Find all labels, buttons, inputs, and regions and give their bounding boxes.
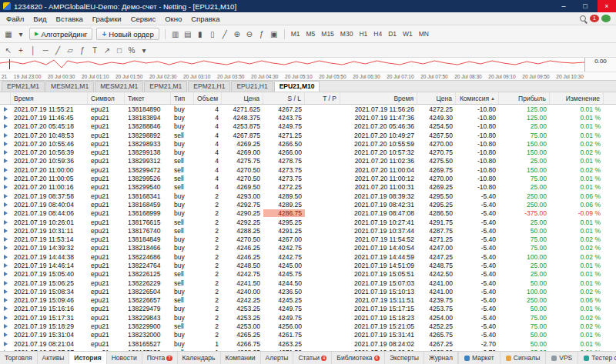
column-header-close-price[interactable]: Цена bbox=[417, 92, 456, 104]
table-row[interactable]: 2021.07.19 08:37:58epu21138168341buy2429… bbox=[0, 192, 616, 200]
status-item-сигналы[interactable]: Сигналы bbox=[500, 352, 545, 364]
menu-item[interactable]: Вид bbox=[28, 15, 51, 23]
toolbox-tab[interactable]: Журнал bbox=[424, 352, 458, 364]
community-badge[interactable] bbox=[601, 15, 611, 22]
new-order-button[interactable]: + Новый ордер bbox=[96, 28, 159, 40]
timeframe-button-m1[interactable]: M1 bbox=[289, 29, 303, 38]
table-row[interactable]: 2021.07.20 10:59:36epu21138299312sell442… bbox=[0, 157, 616, 165]
table-row[interactable]: 2021.07.19 11:53:14epu21138184849buy2427… bbox=[0, 235, 616, 243]
column-header-change[interactable]: Изменение bbox=[550, 92, 604, 104]
column-header-symbol[interactable]: Символ bbox=[88, 92, 125, 104]
indicators-icon[interactable]: ƒ bbox=[256, 28, 268, 40]
candlestick-chart-icon[interactable]: ▯ bbox=[206, 28, 219, 40]
shapes-icon[interactable]: □ bbox=[113, 44, 126, 56]
column-header-time[interactable]: Время bbox=[11, 92, 88, 104]
status-item-маркет[interactable]: Маркет bbox=[458, 352, 500, 364]
table-row[interactable]: 2021.07.20 05:45:18epu21138288846buy4425… bbox=[0, 122, 616, 131]
cascade-windows-icon[interactable]: ▤ bbox=[182, 28, 194, 40]
timeframe-button-h4[interactable]: H4 bbox=[371, 29, 384, 38]
zoom-out-icon[interactable]: ⊖ bbox=[243, 28, 256, 40]
toolbox-tab[interactable]: Компании bbox=[221, 352, 261, 364]
text-label-icon[interactable]: T bbox=[89, 44, 101, 56]
timeframe-button-m30[interactable]: M30 bbox=[338, 29, 356, 38]
chart-tab[interactable]: EPU21,M10 bbox=[274, 81, 320, 92]
table-row[interactable]: 2021.07.19 15:06:25epu21138226229sell242… bbox=[0, 279, 616, 287]
table-row[interactable]: 2021.07.20 11:00:16epu21138299540sell442… bbox=[0, 183, 616, 192]
table-row[interactable]: 2021.07.19 11:46:45epu21138183894buy4424… bbox=[0, 113, 616, 122]
toolbox-tab[interactable]: Библиотека6 bbox=[332, 352, 385, 364]
objects-list-icon[interactable]: ▣ bbox=[268, 28, 280, 40]
draw-dropdown-icon[interactable]: ▾ bbox=[138, 44, 150, 56]
crosshair-icon[interactable]: + bbox=[15, 44, 27, 56]
chart-area[interactable]: 0.00 bbox=[0, 58, 616, 72]
toolbox-tab[interactable]: Календарь bbox=[178, 352, 221, 364]
toolbox-tab[interactable]: История bbox=[69, 352, 106, 364]
toolbox-tab[interactable]: Алерты bbox=[261, 352, 294, 364]
table-row[interactable]: 2021.07.20 11:00:00epu21138299472sell442… bbox=[0, 165, 616, 174]
column-header-tp[interactable]: T / P bbox=[305, 92, 340, 104]
timeframe-button-mn[interactable]: MN bbox=[417, 29, 431, 38]
chart-tab[interactable]: EPM21,M1 bbox=[144, 81, 187, 92]
fibonacci-icon[interactable]: ƒ bbox=[76, 44, 89, 56]
menu-item[interactable]: Графики bbox=[88, 15, 126, 23]
notifications-badge[interactable]: 1 bbox=[590, 15, 599, 22]
tile-windows-icon[interactable]: ▥ bbox=[169, 28, 182, 40]
column-header-sl[interactable]: S / L bbox=[263, 92, 305, 104]
new-chart-dropdown-icon[interactable]: ▾ bbox=[15, 28, 27, 40]
horizontal-line-icon[interactable]: ─ bbox=[39, 44, 52, 56]
table-row[interactable]: 2021.07.20 10:56:39epu21138299138buy4426… bbox=[0, 148, 616, 156]
table-row[interactable]: 2021.07.19 14:44:38epu21138224686buy2424… bbox=[0, 252, 616, 261]
table-row[interactable]: 2021.07.19 11:55:21epu21138184890buy4427… bbox=[0, 105, 616, 113]
cursor-icon[interactable]: ↖ bbox=[2, 44, 15, 56]
menu-item[interactable]: Окно bbox=[160, 15, 186, 23]
toolbox-tab[interactable]: Торговля bbox=[0, 352, 38, 364]
line-chart-icon[interactable]: ╱ bbox=[219, 28, 231, 40]
menu-item[interactable]: Вставка bbox=[52, 15, 88, 23]
vertical-line-icon[interactable]: │ bbox=[27, 44, 39, 56]
search-icon[interactable] bbox=[580, 15, 586, 22]
close-button[interactable]: × bbox=[598, 0, 616, 12]
zoom-in-icon[interactable]: ⊕ bbox=[231, 28, 243, 40]
toolbox-tab[interactable]: Новости bbox=[107, 352, 142, 364]
column-header-type[interactable]: Тип bbox=[171, 92, 194, 104]
column-header-close-time[interactable]: Время bbox=[340, 92, 417, 104]
arrow-object-icon[interactable]: ↗ bbox=[101, 44, 113, 56]
table-row[interactable]: 2021.07.19 15:17:31epu21138229843buy2425… bbox=[0, 313, 616, 322]
column-header-ticket[interactable]: Тикет bbox=[125, 92, 171, 104]
table-row[interactable]: 2021.07.20 10:55:46epu21138298933buy4426… bbox=[0, 139, 616, 148]
status-item-тестер-стратегий[interactable]: Тестер стратегий bbox=[578, 352, 616, 364]
bar-chart-icon[interactable]: ▮ bbox=[194, 28, 206, 40]
timeframe-button-d1[interactable]: D1 bbox=[386, 29, 399, 38]
toolbox-tab[interactable]: Активы bbox=[38, 352, 70, 364]
chart-tab[interactable]: EPM21,M1 bbox=[2, 81, 45, 92]
chart-tab[interactable]: EPM21,H1 bbox=[188, 81, 230, 92]
timeframe-button-h1[interactable]: H1 bbox=[357, 29, 370, 38]
table-row[interactable]: 2021.07.19 14:39:32epu21138218466buy2424… bbox=[0, 244, 616, 252]
minimize-button[interactable]: – bbox=[554, 0, 573, 12]
table-row[interactable]: 2021.07.19 15:16:16epu21138229479buy2425… bbox=[0, 305, 616, 313]
column-header-price[interactable]: Цена bbox=[222, 92, 263, 104]
table-row[interactable]: 2021.07.19 15:09:46epu21138226657sell242… bbox=[0, 296, 616, 305]
algo-trading-button[interactable]: ▶ Алготрейдинг bbox=[29, 28, 92, 40]
table-row[interactable]: 2021.07.19 15:31:04epu21138232000buy2426… bbox=[0, 331, 616, 339]
column-header-volume[interactable]: Объем bbox=[194, 92, 222, 104]
table-row[interactable]: 2021.07.19 10:26:01epu21138176615sell242… bbox=[0, 218, 616, 226]
status-item-vps[interactable]: VPS bbox=[545, 352, 578, 364]
timeframe-button-m15[interactable]: M15 bbox=[319, 29, 336, 38]
chart-tab[interactable]: MESM21,M1 bbox=[45, 81, 94, 92]
table-row[interactable]: 2021.07.20 10:48:53epu21138298892sell442… bbox=[0, 131, 616, 139]
toolbox-tab[interactable]: Статьи4 bbox=[293, 352, 332, 364]
timeframe-button-m5[interactable]: M5 bbox=[303, 29, 317, 38]
table-row[interactable]: 2021.07.20 11:00:05epu21138299526sell442… bbox=[0, 174, 616, 182]
chart-tab[interactable]: MESM21,M1 bbox=[95, 81, 143, 92]
table-row[interactable]: 2021.07.19 15:05:40epu21138226125sell242… bbox=[0, 270, 616, 279]
toolbox-tab[interactable]: Почта7 bbox=[142, 352, 178, 364]
chart-tab[interactable]: EPU21,H1 bbox=[231, 81, 273, 92]
table-row[interactable]: 2021.07.19 14:46:14epu21138224764buy2424… bbox=[0, 261, 616, 269]
menu-item[interactable]: Справка bbox=[186, 15, 224, 23]
table-row[interactable]: 2021.07.19 10:31:11epu21138176740sell242… bbox=[0, 226, 616, 235]
timeframe-button-w1[interactable]: W1 bbox=[400, 29, 415, 38]
new-chart-icon[interactable]: ▦ bbox=[2, 28, 15, 40]
table-row[interactable]: 2021.07.19 08:40:04epu21138168459buy2429… bbox=[0, 200, 616, 209]
percent-scale-icon[interactable]: % bbox=[126, 44, 138, 56]
